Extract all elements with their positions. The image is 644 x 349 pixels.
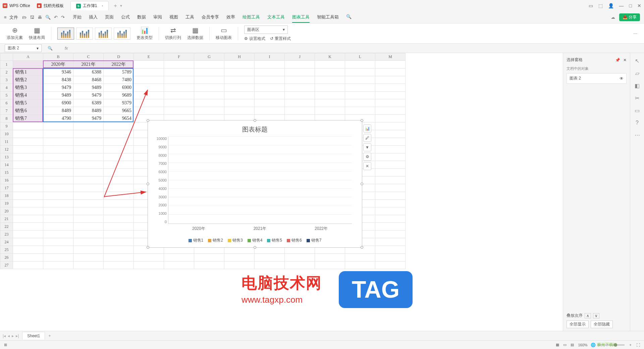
tab-formula[interactable]: 公式 (121, 12, 130, 23)
style-icon[interactable]: ◧ (635, 83, 640, 89)
redo-icon[interactable]: ↷ (61, 15, 65, 20)
tab-smart-tools[interactable]: 智能工具箱 (317, 12, 339, 23)
view-normal-icon[interactable]: ▦ (556, 343, 559, 347)
zoom-in-icon[interactable]: ＋ (629, 342, 632, 347)
chart-styles (57, 28, 130, 40)
bottom-watermark: 🌐极光下载站 (591, 342, 617, 348)
avatar-icon[interactable]: 👤 (608, 3, 614, 8)
prev-sheet-icon[interactable]: ◂ (8, 334, 10, 338)
stack-label: 叠放次序 (567, 313, 583, 318)
chart-style-1[interactable] (57, 28, 74, 40)
show-all-button[interactable]: 全部显示 (567, 320, 589, 328)
next-sheet-icon[interactable]: ▸ (12, 334, 14, 338)
open-icon[interactable]: 🗁 (22, 15, 26, 20)
chart-filter-icon[interactable]: ▼ (363, 143, 371, 151)
last-sheet-icon[interactable]: ▸| (16, 334, 19, 338)
move-down-icon[interactable]: ∨ (593, 313, 599, 318)
more-icon[interactable]: ⋯ (635, 132, 640, 138)
tab-view[interactable]: 视图 (169, 12, 178, 23)
pane-item-chart[interactable]: 图表 2 👁 (567, 73, 627, 84)
tab-start[interactable]: 开始 (73, 12, 82, 23)
status-mode-icon[interactable]: ⊞ (4, 343, 7, 347)
add-element-button[interactable]: ⊕添加元素 (7, 26, 23, 41)
watermark-text: 电脑技术网 (241, 273, 322, 294)
tab-member[interactable]: 会员专享 (202, 12, 219, 23)
tab-text-tools[interactable]: 文本工具 (267, 12, 285, 23)
select-icon[interactable]: ↖ (635, 58, 639, 64)
move-up-icon[interactable]: ∧ (585, 313, 591, 318)
tab-efficiency[interactable]: 效率 (226, 12, 235, 23)
preview-icon[interactable]: 🔍 (45, 15, 51, 20)
tab-template[interactable]: ◆ 找稻壳模板 (32, 1, 69, 10)
spreadsheet[interactable]: ABCDEFGHIJKLM12020年2021年2022年2销售19346638… (0, 53, 563, 331)
file-menu[interactable]: 文件 (9, 14, 18, 20)
tab-data[interactable]: 数据 (137, 12, 146, 23)
menu-icon[interactable]: ≡ (4, 15, 7, 20)
undo-icon[interactable]: ↶ (54, 15, 58, 20)
move-chart-button[interactable]: ▭移动图表 (216, 26, 232, 41)
reset-style-button[interactable]: ↺ 重置样式 (270, 36, 291, 42)
eye-icon[interactable]: 👁 (620, 76, 624, 81)
zoom-value[interactable]: 160% (578, 343, 587, 347)
tab-menu-icon[interactable]: • (102, 4, 103, 8)
add-sheet-button[interactable]: ＋ (48, 333, 52, 339)
tab-page[interactable]: 页面 (105, 12, 114, 23)
chart-brush-icon[interactable]: 🖉 (363, 134, 371, 142)
quick-layout-button[interactable]: ▦快速布局 (29, 26, 45, 41)
chevron-down-icon: ▾ (283, 27, 285, 32)
cube-icon[interactable]: ⬚ (598, 3, 603, 8)
side-toolbar: ↖ ▱ ◧ ✂ ▭ ? ⋯ (630, 53, 644, 331)
sheet-tab[interactable]: Sheet1 (22, 332, 45, 340)
collapse-ribbon-icon[interactable]: — (633, 31, 637, 36)
cloud-icon[interactable]: ☁ (611, 15, 615, 20)
tab-list-icon[interactable]: ▾ (120, 3, 122, 8)
tab-tools[interactable]: 工具 (185, 12, 194, 23)
chart-style-3[interactable] (95, 28, 112, 40)
adjust-icon[interactable]: ✂ (635, 95, 639, 101)
share-button[interactable]: 📤 分享 (619, 13, 640, 21)
fullscreen-icon[interactable]: ⛶ (636, 343, 640, 347)
close-button[interactable]: ✕ (637, 3, 641, 8)
tab-chart-tools[interactable]: 图表工具 (292, 12, 310, 23)
zoom-fx-icon[interactable]: 🔍 (48, 46, 53, 51)
chart-object[interactable]: 图表标题 10000900080007000600050004000300020… (148, 120, 362, 248)
panel-icon[interactable]: ▭ (589, 3, 593, 8)
fx-icon[interactable]: fx (65, 46, 68, 51)
select-data-button[interactable]: ▦选择数据 (187, 26, 203, 41)
layers-icon[interactable]: ▱ (635, 70, 639, 77)
chart-title[interactable]: 图表标题 (148, 120, 362, 137)
chart-tools-icon[interactable]: ✕ (363, 162, 371, 170)
chart-style-4[interactable] (114, 28, 130, 40)
watermark-tag: TAG (339, 271, 413, 308)
view-page-icon[interactable]: ▭ (563, 343, 567, 347)
minimize-button[interactable]: — (619, 3, 624, 8)
pin-icon[interactable]: 📌 (615, 58, 620, 62)
name-box[interactable]: 图表 2▾ (5, 44, 42, 52)
screen-icon[interactable]: ▭ (635, 107, 640, 114)
x-axis-labels: 2020年2021年2022年 (168, 226, 352, 232)
set-format-button[interactable]: ⚙ 设置格式 (244, 36, 265, 42)
plot-area (168, 137, 352, 224)
switch-rowcol-button[interactable]: ⇄切换行列 (165, 26, 181, 41)
print-icon[interactable]: 🖶 (38, 15, 42, 20)
maximize-button[interactable]: □ (629, 3, 632, 8)
view-break-icon[interactable]: ▤ (571, 343, 574, 347)
close-pane-icon[interactable]: ✕ (623, 58, 627, 62)
add-tab-button[interactable]: ＋ (113, 2, 118, 9)
tab-review[interactable]: 审阅 (153, 12, 162, 23)
help-icon[interactable]: ? (636, 120, 639, 126)
hide-all-button[interactable]: 全部隐藏 (591, 320, 613, 328)
tab-draw-tools[interactable]: 绘图工具 (243, 12, 260, 23)
change-type-button[interactable]: 📊更改类型 (137, 26, 153, 41)
tab-workbook[interactable]: S 工作簿1 • (70, 1, 109, 10)
chart-settings-icon[interactable]: ⚙ (363, 153, 371, 161)
search-icon[interactable]: 🔍 (346, 12, 352, 23)
app-name: WPS Office (9, 3, 30, 8)
tab-insert[interactable]: 插入 (89, 12, 98, 23)
chart-element-icon[interactable]: 📊 (363, 124, 371, 133)
first-sheet-icon[interactable]: |◂ (3, 334, 6, 338)
chart-style-2[interactable] (76, 28, 93, 40)
save-icon[interactable]: 🖫 (30, 15, 34, 20)
chevron-down-icon: ▾ (37, 46, 39, 51)
chart-area-dropdown[interactable]: 图表区▾ (244, 26, 288, 34)
